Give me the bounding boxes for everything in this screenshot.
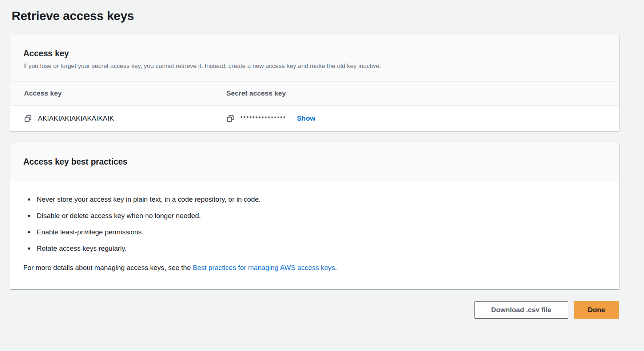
access-key-value: AKIAKIAKIAKIAKAIKAIK bbox=[38, 114, 114, 122]
secret-access-key-cell: *************** Show bbox=[212, 114, 619, 122]
download-csv-button[interactable]: Download .csv file bbox=[474, 301, 568, 319]
best-practices-link[interactable]: Best practices for managing AWS access k… bbox=[193, 264, 335, 271]
done-button[interactable]: Done bbox=[574, 301, 620, 319]
page-title: Retrieve access keys bbox=[12, 9, 644, 23]
copy-icon bbox=[24, 115, 32, 122]
access-key-card-header: Access key If you lose or forget your se… bbox=[10, 35, 619, 82]
page: Retrieve access keys Access key If you l… bbox=[0, 9, 644, 319]
access-key-card-title: Access key bbox=[23, 49, 606, 58]
more-details-prefix: For more details about managing access k… bbox=[23, 264, 193, 271]
best-practices-list: Never store your access key in plain tex… bbox=[27, 195, 606, 253]
best-practices-card-title: Access key best practices bbox=[23, 157, 606, 167]
key-table-row: AKIAKIAKIAKIAKAIKAIK *************** Sho… bbox=[10, 106, 619, 132]
access-key-cell: AKIAKIAKIAKIAKAIKAIK bbox=[10, 114, 212, 122]
copy-secret-key-button[interactable] bbox=[226, 114, 234, 122]
column-header-access-key: Access key bbox=[10, 89, 212, 97]
best-practices-card-header: Access key best practices bbox=[10, 143, 619, 181]
more-details-suffix: . bbox=[335, 264, 337, 271]
best-practice-item: Rotate access keys regularly. bbox=[27, 245, 606, 253]
column-header-secret-access-key: Secret access key bbox=[212, 89, 619, 97]
best-practices-card-body: Never store your access key in plain tex… bbox=[10, 181, 619, 289]
access-key-card-description: If you lose or forget your secret access… bbox=[23, 62, 606, 70]
copy-access-key-button[interactable] bbox=[24, 114, 32, 122]
best-practice-item: Enable least-privilege permissions. bbox=[27, 228, 606, 236]
column-header-access-key-label: Access key bbox=[24, 89, 62, 97]
best-practices-card: Access key best practices Never store yo… bbox=[10, 143, 619, 289]
best-practice-item: Disable or delete access key when no lon… bbox=[27, 212, 606, 220]
copy-icon bbox=[227, 115, 234, 122]
action-bar: Download .csv file Done bbox=[10, 301, 619, 319]
column-header-secret-access-key-label: Secret access key bbox=[226, 89, 286, 97]
secret-key-masked-value: *************** bbox=[240, 114, 286, 122]
more-details-text: For more details about managing access k… bbox=[23, 264, 606, 272]
show-secret-key-link[interactable]: Show bbox=[297, 114, 315, 122]
key-table-header-row: Access key Secret access key bbox=[10, 82, 619, 106]
best-practice-item: Never store your access key in plain tex… bbox=[27, 195, 606, 203]
access-key-card: Access key If you lose or forget your se… bbox=[10, 35, 619, 132]
